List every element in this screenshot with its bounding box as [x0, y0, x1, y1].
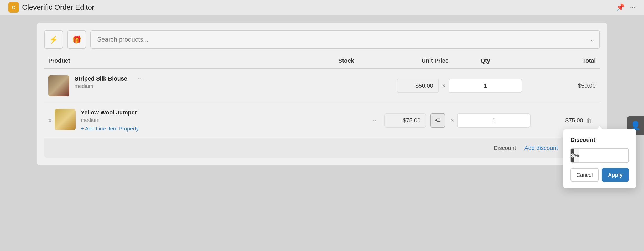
unit-price-value: $75.00 [384, 113, 426, 128]
product-thumbnail [48, 75, 69, 96]
product-name: Striped Silk Blouse [75, 75, 127, 82]
search-wrapper: ⌄ [90, 30, 600, 49]
product-info: Yellow Wool Jumper medium + Add Line Ite… [81, 109, 139, 132]
discount-value-input[interactable] [579, 149, 629, 162]
main-content: ⚡ 🎁 ⌄ Product Stock Unit Price Qty Total… [37, 23, 607, 165]
price-cell: $50.00 × [375, 79, 449, 93]
apply-button[interactable]: Apply [602, 168, 629, 182]
more-options-icon[interactable]: ··· [630, 3, 636, 12]
qty-value[interactable]: 1 [457, 113, 531, 128]
app-header: C Cleverific Order Editor [8, 2, 94, 13]
row-menu-button[interactable]: ··· [363, 117, 384, 124]
toolbar: ⚡ 🎁 ⌄ [44, 30, 600, 49]
header-product: Product [48, 57, 317, 64]
discount-controls: $ % [570, 148, 629, 163]
product-variant: medium [81, 117, 139, 123]
price-area: $75.00 🏷 × Discount $ % Cancel Apply [384, 113, 457, 128]
gift-icon: 🎁 [72, 35, 81, 44]
discount-tag-button[interactable]: 🏷 [430, 113, 445, 128]
discount-dollar-button[interactable]: $ [571, 149, 574, 162]
header-total: Total [522, 57, 596, 64]
qty-value[interactable]: 1 [449, 79, 522, 93]
gift-button[interactable]: 🎁 [67, 30, 86, 49]
discount-popup: Discount $ % Cancel Apply [563, 129, 636, 188]
qty-cell: 1 [449, 79, 522, 93]
qty-cell: 1 [457, 113, 531, 128]
flash-button[interactable]: ⚡ [44, 30, 63, 49]
total-cell: $50.00 [522, 82, 596, 89]
header-unit-price: Unit Price [375, 57, 449, 64]
flash-icon: ⚡ [49, 35, 58, 44]
discount-summary-label: Discount [494, 145, 516, 152]
table-header: Product Stock Unit Price Qty Total [44, 57, 600, 69]
product-cell: Yellow Wool Jumper medium + Add Line Ite… [55, 109, 363, 132]
add-discount-button[interactable]: Add discount [524, 145, 558, 152]
summary-bar: Discount Add discount $0.00 [44, 138, 600, 158]
product-variant: medium [75, 83, 127, 89]
product-cell: Striped Silk Blouse medium ··· [48, 75, 317, 96]
drag-handle-icon[interactable]: ≡ [48, 118, 51, 124]
delete-button[interactable]: 🗑 [583, 117, 596, 124]
search-input[interactable] [90, 30, 600, 49]
app-logo-icon: C [8, 2, 19, 13]
product-info: Striped Silk Blouse medium [75, 75, 127, 89]
product-thumbnail [55, 109, 76, 130]
add-line-item-property-button[interactable]: + Add Line Item Property [81, 126, 139, 132]
discount-percent-button[interactable]: % [574, 149, 579, 162]
top-bar: C Cleverific Order Editor 📌 ··· [0, 0, 644, 15]
multiply-sign: × [442, 82, 445, 89]
pin-icon[interactable]: 📌 [616, 3, 625, 12]
discount-actions: Cancel Apply [570, 168, 629, 182]
header-stock: Stock [317, 57, 375, 64]
table-row: ≡ Yellow Wool Jumper medium + Add Line I… [44, 103, 600, 138]
header-qty: Qty [449, 57, 522, 64]
multiply-sign: × [450, 117, 454, 124]
cancel-button[interactable]: Cancel [570, 168, 599, 182]
svg-text:C: C [12, 5, 15, 10]
unit-price-value: $50.00 [397, 79, 439, 93]
top-bar-actions: 📌 ··· [616, 3, 636, 12]
table-row: Striped Silk Blouse medium ··· $50.00 × … [44, 69, 600, 103]
product-table: Product Stock Unit Price Qty Total Strip… [44, 57, 600, 138]
app-title: Cleverific Order Editor [22, 3, 94, 12]
tag-icon: 🏷 [435, 117, 441, 124]
total-cell: $75.00 [531, 117, 583, 124]
trash-icon: 🗑 [586, 117, 593, 124]
row-menu-button[interactable]: ··· [138, 75, 144, 82]
product-name: Yellow Wool Jumper [81, 109, 139, 116]
discount-popup-title: Discount [570, 137, 629, 143]
search-chevron-icon: ⌄ [590, 36, 595, 43]
